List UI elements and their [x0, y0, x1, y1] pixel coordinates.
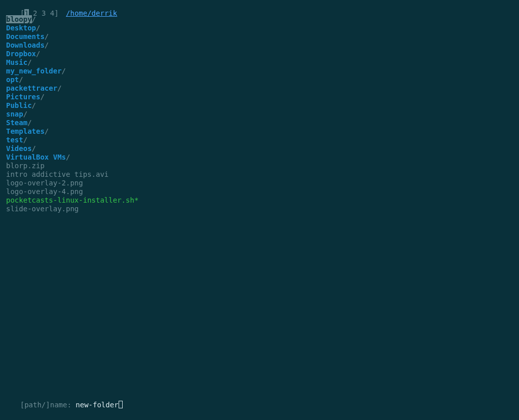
slash-icon: / — [19, 75, 23, 84]
dir-name: snap — [6, 110, 23, 118]
exec-suffix: * — [134, 196, 138, 204]
slash-icon: / — [23, 110, 27, 118]
list-item[interactable]: my_new_folder/ — [6, 67, 138, 75]
slash-icon: / — [45, 32, 49, 41]
list-item[interactable]: Music/ — [6, 58, 138, 67]
slash-icon: / — [66, 153, 70, 161]
slash-icon: / — [57, 84, 61, 92]
dir-name: Pictures — [6, 93, 40, 101]
dir-name: Dropbox — [6, 50, 36, 58]
list-item[interactable]: Dropbox/ — [6, 50, 138, 58]
dir-name: Music — [6, 58, 27, 66]
list-item[interactable]: opt/ — [6, 75, 138, 84]
slash-icon: / — [32, 144, 36, 152]
dir-name: my_new_folder — [6, 67, 62, 75]
list-item[interactable]: logo-overlay-2.png — [6, 179, 138, 187]
list-item[interactable]: logo-overlay-4.png — [6, 187, 138, 196]
slash-icon: / — [45, 41, 49, 49]
list-item[interactable]: bloopy/ — [6, 15, 138, 24]
list-item[interactable]: snap/ — [6, 110, 138, 119]
file-name: logo-overlay-4.png — [6, 187, 83, 196]
dir-name: Steam — [6, 119, 27, 127]
file-listing[interactable]: bloopy/Desktop/Documents/Downloads/Dropb… — [6, 15, 138, 213]
list-item[interactable]: Pictures/ — [6, 93, 138, 101]
list-item[interactable]: Steam/ — [6, 119, 138, 127]
slash-icon: / — [36, 24, 40, 32]
dir-name: packettracer — [6, 84, 57, 92]
slash-icon: / — [23, 136, 27, 144]
exec-name: pocketcasts-linux-installer.sh — [6, 196, 134, 204]
dir-name: Templates — [6, 127, 45, 135]
slash-icon: / — [27, 119, 31, 127]
list-item[interactable]: Templates/ — [6, 127, 138, 136]
file-name: blorp.zip — [6, 162, 45, 170]
list-item[interactable]: Public/ — [6, 101, 138, 110]
list-item[interactable]: pocketcasts-linux-installer.sh* — [6, 196, 138, 205]
terminal-screen: [1 2 3 4] /home/derrik bloopy/Desktop/Do… — [0, 0, 519, 420]
list-item[interactable]: blorp.zip — [6, 162, 138, 170]
list-item[interactable]: Videos/ — [6, 144, 138, 153]
slash-icon: / — [40, 93, 44, 101]
slash-icon: / — [36, 50, 40, 58]
list-item[interactable]: slide-overlay.png — [6, 205, 138, 213]
list-item[interactable]: VirtualBox VMs/ — [6, 153, 138, 162]
list-item[interactable]: packettracer/ — [6, 84, 138, 93]
dir-name: bloopy — [6, 15, 32, 23]
slash-icon: / — [32, 101, 36, 109]
list-item[interactable]: intro addictive tips.avi — [6, 170, 138, 179]
prompt-label: [path/]name: — [20, 401, 76, 409]
slash-icon: / — [32, 15, 36, 23]
file-name: intro addictive tips.avi — [6, 170, 108, 178]
slash-icon: / — [45, 127, 49, 135]
dir-name: Videos — [6, 144, 32, 152]
file-name: slide-overlay.png — [6, 205, 79, 213]
dir-name: VirtualBox VMs — [6, 153, 66, 161]
cursor-icon — [119, 401, 123, 408]
dir-name: Documents — [6, 32, 45, 41]
file-name: logo-overlay-2.png — [6, 179, 83, 187]
slash-icon: / — [62, 67, 66, 75]
list-item[interactable]: Documents/ — [6, 32, 138, 41]
list-item[interactable]: Desktop/ — [6, 24, 138, 32]
status-bar: [path/]name: new-folder — [0, 390, 519, 420]
list-item[interactable]: test/ — [6, 136, 138, 144]
dir-name: Public — [6, 101, 32, 109]
prompt-input[interactable]: new-folder — [76, 401, 118, 409]
slash-icon: / — [27, 58, 31, 66]
dir-name: test — [6, 136, 23, 144]
dir-name: Downloads — [6, 41, 45, 49]
dir-name: Desktop — [6, 24, 36, 32]
list-item[interactable]: Downloads/ — [6, 41, 138, 50]
dir-name: opt — [6, 75, 19, 84]
